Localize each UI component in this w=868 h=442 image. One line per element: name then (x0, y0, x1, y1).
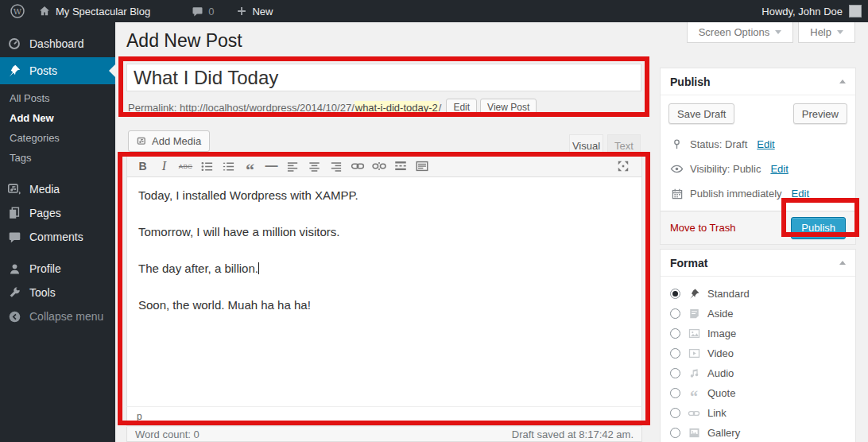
edit-visibility-link[interactable]: Edit (770, 163, 788, 175)
help-tab[interactable]: Help (798, 22, 855, 43)
editor-content-area[interactable]: Today, I installed Wordpress with XAMPP.… (126, 177, 642, 406)
align-center-icon[interactable] (304, 157, 325, 176)
editor-paragraph: The day after, a billion. (138, 261, 630, 276)
toolbar-toggle-icon[interactable] (411, 157, 432, 176)
format-label: Gallery (707, 427, 740, 439)
format-box-title: Format (670, 257, 707, 269)
status-row: Status: Draft Edit (661, 132, 855, 157)
publish-button[interactable]: Publish (791, 217, 846, 239)
status-text: Status: Draft (690, 138, 747, 150)
align-left-icon[interactable] (282, 157, 304, 176)
radio[interactable] (670, 368, 680, 378)
format-option-gallery[interactable]: Gallery (670, 423, 846, 442)
italic-icon[interactable]: I (153, 157, 175, 176)
collapse-toggle-icon[interactable] (839, 79, 846, 83)
comments-icon (6, 229, 22, 245)
blockquote-icon[interactable]: “ (239, 157, 261, 176)
image-icon (687, 328, 701, 340)
radio[interactable] (670, 388, 680, 398)
fullscreen-icon[interactable] (612, 157, 634, 176)
bold-icon[interactable]: B (132, 157, 153, 176)
radio[interactable] (670, 428, 680, 438)
media-icon (6, 181, 22, 197)
visibility-row: Visibility: Public Edit (661, 157, 855, 181)
bullet-list-icon[interactable] (196, 157, 218, 176)
pushpin-icon (6, 63, 22, 79)
chevron-down-icon (837, 30, 843, 34)
sidebar-item-media[interactable]: Media (0, 177, 115, 201)
screen-options-label: Screen Options (699, 26, 770, 38)
hr-icon[interactable]: — (261, 157, 282, 176)
format-option-standard[interactable]: Standard (670, 284, 846, 304)
edit-permalink-button[interactable]: Edit (446, 99, 477, 117)
home-icon (38, 5, 51, 17)
format-option-audio[interactable]: Audio (670, 363, 846, 383)
radio[interactable] (670, 408, 680, 418)
gallery-icon (687, 427, 701, 440)
sidebar-item-tools[interactable]: Tools (0, 281, 115, 304)
new-content-menu[interactable]: New (230, 0, 279, 22)
sidebar-item-label: Collapse menu (29, 310, 103, 323)
avatar[interactable] (849, 5, 862, 17)
sidebar-item-add-new[interactable]: Add New (0, 108, 115, 128)
page-title: Add New Post (126, 30, 242, 52)
format-option-link[interactable]: Link (670, 403, 846, 423)
text-editor-tab[interactable]: Text (607, 134, 641, 156)
sidebar-item-collapse-menu[interactable]: Collapse menu (0, 304, 115, 328)
edit-schedule-link[interactable]: Edit (792, 188, 809, 200)
sidebar-item-categories[interactable]: Categories (0, 128, 115, 148)
radio[interactable] (670, 348, 680, 359)
sidebar-item-label: Profile (29, 262, 61, 275)
publish-box-header[interactable]: Publish (661, 68, 855, 95)
edit-status-link[interactable]: Edit (757, 138, 774, 150)
sidebar-item-all-posts[interactable]: All Posts (0, 88, 115, 108)
format-option-image[interactable]: Image (670, 324, 846, 343)
status-pin-icon (670, 138, 684, 151)
editor-toolbar: B I ABC “ — (126, 155, 642, 177)
format-label: Audio (707, 367, 734, 379)
format-box-header[interactable]: Format (661, 250, 855, 277)
radio-checked[interactable] (670, 289, 680, 299)
format-option-video[interactable]: Video (670, 343, 846, 363)
chevron-down-icon (775, 30, 781, 34)
sidebar-item-profile[interactable]: Profile (0, 257, 115, 281)
plus-icon (236, 6, 247, 17)
format-option-aside[interactable]: Aside (670, 304, 846, 324)
view-post-button[interactable]: View Post (480, 99, 537, 117)
posts-submenu: All Posts Add New Categories Tags (0, 84, 115, 177)
howdy-user[interactable]: Howdy, John Doe (761, 6, 843, 17)
unlink-icon[interactable] (368, 157, 389, 176)
more-tag-icon[interactable] (389, 157, 411, 176)
move-to-trash-link[interactable]: Move to Trash (670, 222, 735, 234)
save-draft-button[interactable]: Save Draft (668, 103, 734, 124)
site-name-link[interactable]: My Spectacular Blog (32, 0, 157, 22)
sidebar-item-comments[interactable]: Comments (0, 225, 115, 249)
wordpress-menu[interactable]: W (0, 0, 32, 22)
format-option-quote[interactable]: “ Quote (670, 383, 846, 403)
sidebar-item-posts[interactable]: Posts (0, 57, 115, 84)
preview-button[interactable]: Preview (793, 103, 847, 124)
numbered-list-icon[interactable] (218, 157, 239, 176)
collapse-toggle-icon[interactable] (839, 261, 846, 265)
link-icon[interactable] (347, 157, 368, 176)
post-title-input[interactable] (126, 64, 641, 91)
sidebar-item-dashboard[interactable]: Dashboard (0, 30, 115, 57)
add-media-label: Add Media (152, 135, 201, 147)
permalink-suffix: / (439, 102, 442, 114)
sidebar-item-pages[interactable]: Pages (0, 201, 115, 225)
element-path[interactable]: p (137, 411, 142, 422)
screen-options-tab[interactable]: Screen Options (687, 22, 794, 43)
radio[interactable] (670, 308, 680, 319)
audio-note-icon (687, 367, 701, 380)
add-media-button[interactable]: Add Media (128, 130, 210, 152)
publish-box-title: Publish (670, 76, 711, 88)
word-count: Word count: 0 (135, 428, 200, 440)
comments-shortcut[interactable]: 0 (185, 0, 220, 22)
editor-path-statusbar: p (126, 406, 642, 426)
radio[interactable] (670, 328, 680, 339)
permalink-label: Permalink: (128, 102, 176, 114)
sidebar-item-tags[interactable]: Tags (0, 148, 115, 168)
strikethrough-icon[interactable]: ABC (175, 157, 196, 176)
visual-editor-tab[interactable]: Visual (569, 134, 603, 156)
align-right-icon[interactable] (325, 157, 347, 176)
